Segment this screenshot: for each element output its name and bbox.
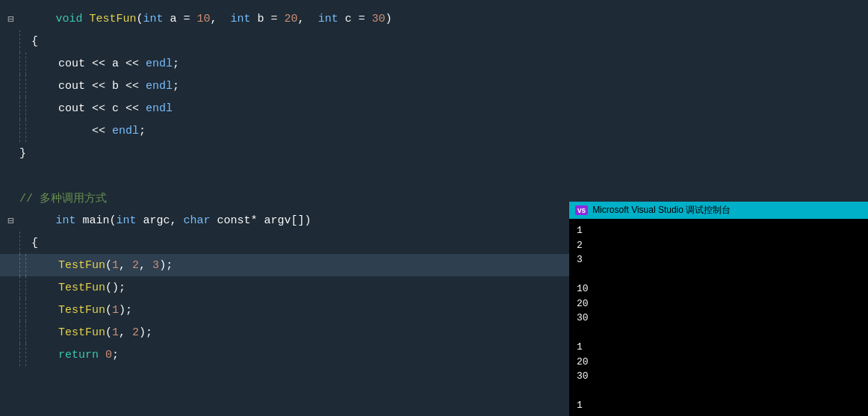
code-content-10: int main(int argc, char const* argv[]) (15, 202, 311, 240)
collapse-icon-1[interactable]: ⊟ (7, 13, 13, 25)
code-line-4: cout << b << endl; (0, 75, 868, 97)
code-line-3: cout << a << endl; (0, 52, 868, 75)
collapse-icon-2[interactable]: ⊟ (7, 214, 13, 227)
code-line-6: << endl; (0, 119, 868, 142)
console-title: Microsoft Visual Studio 调试控制台 (592, 204, 731, 217)
console-titlebar: vs Microsoft Visual Studio 调试控制台 (569, 202, 868, 219)
code-line-7: } (0, 142, 868, 164)
code-line-5: cout << c << endl (0, 97, 868, 119)
code-editor: ⊟ void TestFun(int a = 10, int b = 20, i… (0, 0, 868, 416)
console-output: 1 2 3 10 20 30 1 20 30 1 2 30 (569, 219, 868, 416)
code-line-8 (0, 164, 868, 187)
code-content-1: void TestFun(int a = 10, int b = 20, int… (15, 0, 391, 38)
vs-icon: vs (575, 205, 588, 215)
code-line-1: ⊟ void TestFun(int a = 10, int b = 20, i… (0, 7, 868, 30)
console-window: vs Microsoft Visual Studio 调试控制台 1 2 3 1… (569, 202, 868, 416)
